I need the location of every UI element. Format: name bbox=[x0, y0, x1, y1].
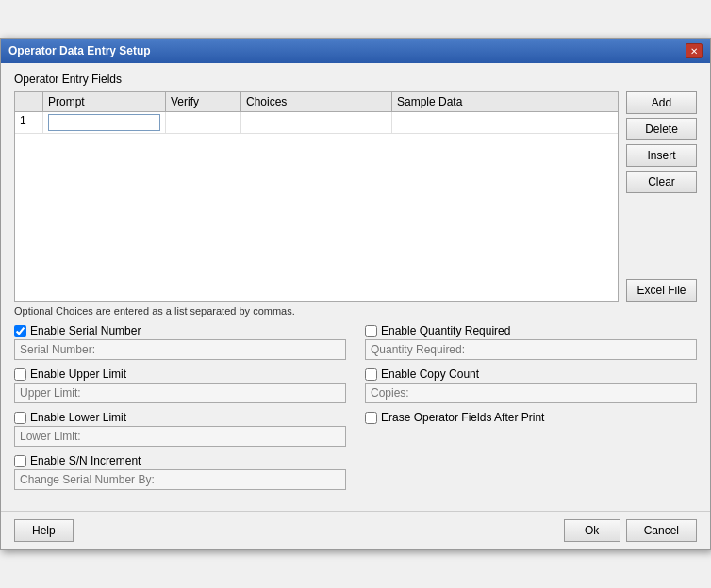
help-button[interactable]: Help bbox=[14, 519, 74, 542]
enable-lower-limit-label: Enable Lower Limit bbox=[30, 411, 126, 424]
hint-text: Optional Choices are entered as a list s… bbox=[14, 305, 697, 317]
options-right: Enable Quantity Required Enable Copy Cou… bbox=[365, 324, 697, 498]
option-copy-count: Enable Copy Count bbox=[365, 368, 697, 403]
col-sample-data: Sample Data bbox=[392, 92, 618, 111]
insert-button[interactable]: Insert bbox=[626, 144, 697, 167]
enable-copy-count-label: Enable Copy Count bbox=[381, 368, 479, 381]
delete-button[interactable]: Delete bbox=[626, 118, 697, 140]
sn-increment-input[interactable] bbox=[14, 469, 346, 490]
option-quantity-required: Enable Quantity Required bbox=[365, 324, 697, 360]
options-left: Enable Serial Number Enable Upper Limit … bbox=[14, 324, 346, 498]
enable-serial-number-label: Enable Serial Number bbox=[30, 324, 141, 337]
enable-serial-number-checkbox[interactable] bbox=[14, 325, 26, 337]
serial-number-input[interactable] bbox=[14, 339, 346, 360]
side-buttons: Add Delete Insert Clear Excel File bbox=[626, 91, 697, 302]
upper-limit-input[interactable] bbox=[14, 383, 346, 403]
table-body: 1 bbox=[15, 112, 618, 301]
cell-verify bbox=[166, 112, 241, 133]
enable-quantity-required-label: Enable Quantity Required bbox=[381, 324, 510, 337]
cancel-button[interactable]: Cancel bbox=[626, 519, 697, 542]
col-verify: Verify bbox=[166, 92, 241, 111]
copies-input[interactable] bbox=[365, 383, 697, 403]
content-area: Operator Entry Fields Prompt Verify Choi… bbox=[1, 63, 710, 507]
enable-lower-limit-checkbox[interactable] bbox=[14, 412, 26, 424]
enable-upper-limit-checkbox[interactable] bbox=[14, 368, 26, 381]
enable-upper-limit-label: Enable Upper Limit bbox=[30, 368, 126, 381]
col-index bbox=[15, 92, 43, 111]
option-serial-number: Enable Serial Number bbox=[14, 324, 346, 360]
enable-copy-count-checkbox[interactable] bbox=[365, 368, 377, 381]
clear-button[interactable]: Clear bbox=[626, 171, 697, 193]
window-title: Operator Data Entry Setup bbox=[8, 44, 151, 57]
erase-operator-fields-label: Erase Operator Fields After Print bbox=[381, 411, 544, 424]
section-label: Operator Entry Fields bbox=[14, 73, 697, 86]
erase-operator-fields-checkbox[interactable] bbox=[365, 412, 377, 424]
options-area: Enable Serial Number Enable Upper Limit … bbox=[14, 324, 697, 498]
excel-file-button[interactable]: Excel File bbox=[626, 279, 697, 302]
ok-button[interactable]: Ok bbox=[564, 519, 620, 542]
col-choices: Choices bbox=[241, 92, 392, 111]
quantity-required-input[interactable] bbox=[365, 339, 697, 360]
cell-index: 1 bbox=[15, 112, 43, 133]
add-button[interactable]: Add bbox=[626, 91, 697, 114]
close-button[interactable]: ✕ bbox=[686, 43, 703, 58]
option-sn-increment: Enable S/N Increment bbox=[14, 454, 346, 490]
option-upper-limit: Enable Upper Limit bbox=[14, 368, 346, 403]
cell-sample-data bbox=[392, 112, 618, 133]
prompt-input[interactable] bbox=[48, 114, 160, 131]
option-erase-operator-fields: Erase Operator Fields After Print bbox=[365, 411, 697, 424]
col-prompt: Prompt bbox=[43, 92, 166, 111]
cell-choices bbox=[241, 112, 392, 133]
lower-limit-input[interactable] bbox=[14, 426, 346, 447]
title-bar: Operator Data Entry Setup ✕ bbox=[1, 39, 710, 63]
cell-prompt[interactable] bbox=[43, 112, 166, 133]
table-area: Prompt Verify Choices Sample Data 1 bbox=[14, 91, 697, 302]
footer-bar: Help Ok Cancel bbox=[1, 511, 710, 549]
option-lower-limit: Enable Lower Limit bbox=[14, 411, 346, 447]
enable-sn-increment-checkbox[interactable] bbox=[14, 455, 26, 467]
table-row: 1 bbox=[15, 112, 618, 134]
table-header: Prompt Verify Choices Sample Data bbox=[15, 92, 618, 112]
data-table: Prompt Verify Choices Sample Data 1 bbox=[14, 91, 619, 302]
main-window: Operator Data Entry Setup ✕ Operator Ent… bbox=[0, 38, 711, 550]
enable-quantity-required-checkbox[interactable] bbox=[365, 325, 377, 337]
enable-sn-increment-label: Enable S/N Increment bbox=[30, 454, 141, 467]
footer-right: Ok Cancel bbox=[564, 519, 697, 542]
